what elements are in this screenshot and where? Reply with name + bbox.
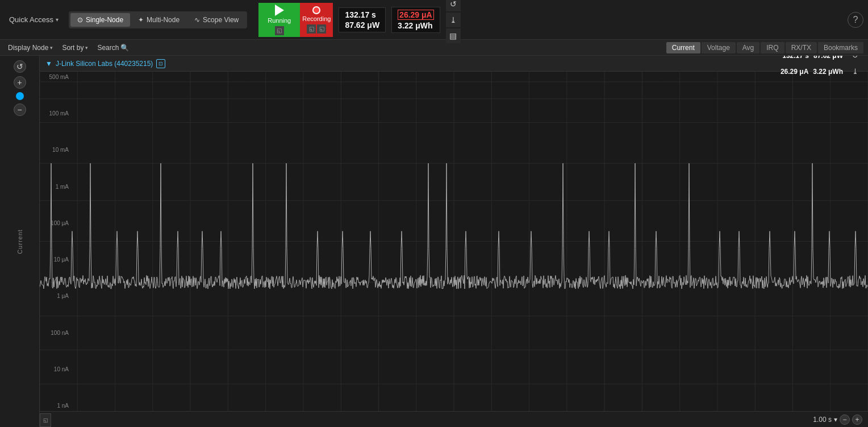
toolbar-row: Display Node ▾ Sort by ▾ Search 🔍 Curren… — [0, 40, 868, 56]
tab-voltage[interactable]: Voltage — [702, 42, 736, 53]
scope-view-icon: ∿ — [194, 16, 200, 24]
chart-header: ▼ J-Link Silicon Labs (440235215) ⊡ 132.… — [40, 56, 868, 72]
run-button[interactable]: Running ◱ — [258, 3, 300, 37]
main-content: ↺ + − Current ▼ J-Link Silicon Labs (440… — [0, 56, 868, 427]
quick-access-button[interactable]: Quick Access ▾ — [5, 13, 63, 26]
run-controls: Running ◱ Recording ◱ ◱ — [258, 3, 333, 37]
chart-tabs: Current Voltage Avg IRQ RX/TX Bookmarks — [666, 42, 863, 53]
help-button[interactable]: ? — [848, 12, 863, 28]
device-arrow: ▼ — [45, 60, 52, 68]
single-node-icon: ⊙ — [77, 16, 83, 24]
quick-access-label: Quick Access — [9, 15, 53, 24]
metric-current-value: 26.29 μA — [398, 10, 434, 20]
chart-save-button[interactable]: ⤓ — [848, 64, 862, 79]
search-icon: 🔍 — [120, 44, 129, 52]
chart-metric-time-power: 132.17 s 87.62 μW ↺ — [782, 56, 862, 63]
display-node-dropdown[interactable]: Display Node ▾ — [5, 43, 56, 53]
bottom-bar: ◱ 1.00 s ▾ − + — [40, 411, 868, 427]
sort-by-chevron: ▾ — [85, 45, 88, 51]
record-sub-icon2[interactable]: ◱ — [317, 24, 326, 34]
zoom-in-button[interactable]: + — [14, 76, 26, 89]
metrics-current-energy: 26.29 μA 3.22 μWh — [391, 7, 440, 33]
display-node-chevron: ▾ — [50, 45, 53, 51]
undo-button[interactable]: ↺ — [446, 0, 461, 11]
run-sub-icon[interactable]: ◱ — [275, 26, 284, 35]
zoom-level-value: 1.00 s — [813, 416, 832, 424]
multi-node-icon: ✦ — [138, 16, 144, 24]
zoom-indicator — [16, 92, 24, 100]
tab-avg[interactable]: Avg — [737, 42, 760, 53]
tab-current[interactable]: Current — [666, 42, 700, 53]
action-buttons: ↺ ⤓ ▤ — [446, 0, 461, 43]
y-axis-label: Current — [16, 229, 23, 254]
tab-rxtx[interactable]: RX/TX — [786, 42, 817, 53]
record-dot-icon — [312, 6, 320, 14]
view-tabs: ⊙ Single-Node ✦ Multi-Node ∿ Scope View — [69, 11, 247, 28]
save-button[interactable]: ▤ — [446, 28, 461, 43]
tab-scope-view[interactable]: ∿ Scope View — [187, 13, 245, 27]
scroll-icon: ◱ — [40, 413, 51, 427]
waveform-canvas — [40, 72, 868, 411]
quick-access-chevron: ▾ — [56, 16, 59, 23]
zoom-out-button[interactable]: − — [14, 103, 26, 116]
record-sub-icon1[interactable]: ◱ — [307, 24, 316, 34]
device-icon[interactable]: ⊡ — [156, 59, 165, 68]
left-panel: ↺ + − Current — [0, 56, 40, 427]
metrics-time-power: 132.17 s 87.62 μW — [339, 7, 386, 32]
tab-irq[interactable]: IRQ — [761, 42, 784, 53]
zoom-in-bottom-button[interactable]: + — [852, 414, 862, 425]
sort-by-dropdown[interactable]: Sort by ▾ — [59, 43, 91, 53]
tab-multi-node[interactable]: ✦ Multi-Node — [131, 13, 186, 27]
device-name: ▼ J-Link Silicon Labs (440235215) ⊡ — [45, 59, 165, 68]
metric-time-value: 132.17 s — [345, 10, 379, 19]
download-button[interactable]: ⤓ — [446, 13, 461, 27]
metric-energy-value: 3.22 μWh — [398, 21, 434, 30]
chart-undo-button[interactable]: ↺ — [848, 56, 862, 63]
tab-single-node[interactable]: ⊙ Single-Node — [70, 13, 130, 27]
play-icon — [275, 5, 284, 16]
zoom-level-chevron: ▾ — [834, 416, 837, 424]
chart-area: ▼ J-Link Silicon Labs (440235215) ⊡ 132.… — [40, 56, 868, 427]
zoom-level-control: 1.00 s ▾ − + — [813, 414, 862, 425]
zoom-reset-button[interactable]: ↺ — [14, 60, 26, 73]
zoom-out-bottom-button[interactable]: − — [840, 414, 850, 425]
search-button[interactable]: Search 🔍 — [94, 43, 132, 53]
chart-metric-current-energy: 26.29 μA 3.22 μWh ⤓ — [781, 64, 862, 79]
top-bar: Quick Access ▾ ⊙ Single-Node ✦ Multi-Nod… — [0, 0, 868, 40]
record-button[interactable]: Recording ◱ ◱ — [300, 3, 333, 37]
metric-power-value: 87.62 μW — [345, 20, 379, 30]
tab-bookmarks[interactable]: Bookmarks — [818, 42, 863, 53]
